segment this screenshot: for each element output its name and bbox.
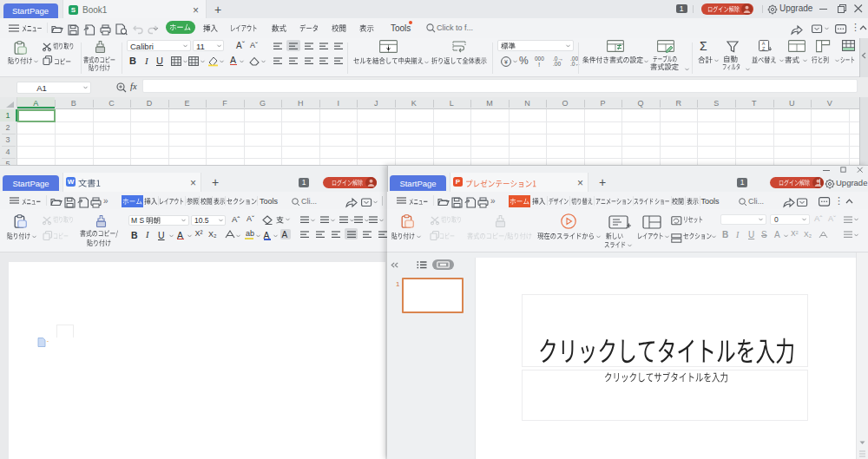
svg-text:¥: ¥: [504, 59, 508, 65]
